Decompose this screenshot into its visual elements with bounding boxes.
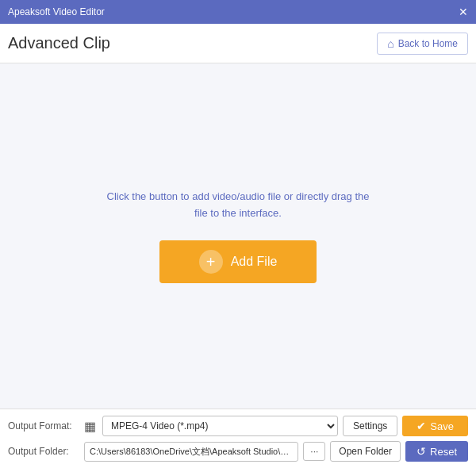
- save-label: Save: [430, 420, 454, 432]
- drop-hint: Click the button to add video/audio file…: [107, 189, 370, 222]
- dots-button[interactable]: ···: [303, 442, 325, 461]
- add-file-button[interactable]: + Add File: [159, 240, 317, 283]
- close-button[interactable]: ✕: [459, 6, 468, 17]
- reset-button[interactable]: ↺ Reset: [405, 441, 468, 462]
- reset-label: Reset: [430, 446, 457, 458]
- title-bar: Apeaksoft Video Editor ✕: [0, 0, 476, 24]
- save-icon: ✔: [416, 420, 426, 432]
- output-folder-row: Output Folder: C:\Users\86183\OneDrive\文…: [8, 441, 468, 462]
- output-format-row: Output Format: ▦ MPEG-4 Video (*.mp4)AVI…: [8, 416, 468, 436]
- folder-path: C:\Users\86183\OneDrive\文档\Apeaksoft Stu…: [84, 442, 298, 462]
- home-icon: ⌂: [387, 37, 393, 50]
- back-to-home-button[interactable]: ⌂ Back to Home: [377, 33, 468, 55]
- settings-button[interactable]: Settings: [343, 416, 397, 436]
- format-select[interactable]: MPEG-4 Video (*.mp4)AVI Video (*.avi)MOV…: [102, 416, 338, 436]
- app-title: Apeaksoft Video Editor: [8, 6, 105, 17]
- open-folder-button[interactable]: Open Folder: [330, 441, 401, 462]
- save-button[interactable]: ✔ Save: [402, 416, 468, 436]
- footer: Output Format: ▦ MPEG-4 Video (*.mp4)AVI…: [0, 409, 476, 468]
- reset-icon: ↺: [416, 445, 426, 458]
- format-icon: ▦: [84, 419, 96, 434]
- back-to-home-label: Back to Home: [398, 38, 458, 49]
- page-title: Advanced Clip: [8, 34, 110, 52]
- main-content: Click the button to add video/audio file…: [0, 63, 476, 409]
- output-folder-label: Output Folder:: [8, 446, 79, 457]
- plus-icon: +: [199, 250, 223, 274]
- output-format-label: Output Format:: [8, 420, 79, 432]
- header: Advanced Clip ⌂ Back to Home: [0, 24, 476, 63]
- add-file-label: Add File: [231, 255, 278, 269]
